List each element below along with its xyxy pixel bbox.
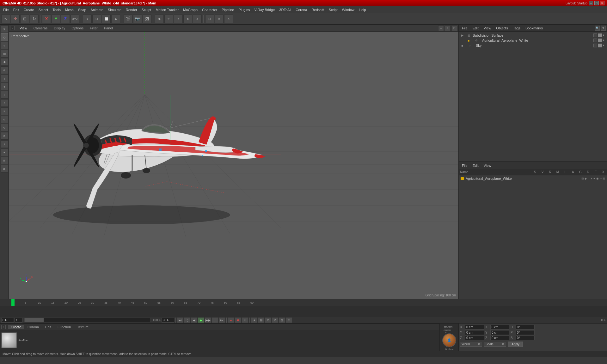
- object-row-aeroplane[interactable]: Agricultural_Aeroplane_White ⊟ ◆ ⋮ ▸ ✦ ◉…: [459, 176, 606, 181]
- scene-search-icon[interactable]: 🔍: [595, 26, 600, 31]
- timeline-track[interactable]: [0, 306, 607, 317]
- menu-help[interactable]: Help: [357, 7, 368, 12]
- scene-vis-icon[interactable]: [593, 33, 597, 37]
- vp-tab-filter[interactable]: Filter: [87, 26, 100, 31]
- tool-x[interactable]: X: [42, 15, 51, 23]
- coord-b-input[interactable]: [516, 336, 535, 340]
- scene-menu-tags[interactable]: Tags: [511, 26, 522, 31]
- vp-tab-options[interactable]: Options: [69, 26, 86, 31]
- mat-tab-create[interactable]: Create: [8, 325, 24, 329]
- coord-zr-input[interactable]: [490, 336, 509, 340]
- btn-key[interactable]: K: [242, 317, 248, 323]
- scene-sky-render[interactable]: [598, 44, 602, 47]
- menu-create[interactable]: Create: [22, 7, 36, 12]
- material-collapse[interactable]: ▸: [1, 325, 6, 329]
- tool-objects[interactable]: ◆: [111, 15, 120, 23]
- tool-fx[interactable]: ✦: [174, 15, 183, 23]
- btn-snap5[interactable]: ⊠: [279, 317, 285, 323]
- apply-button[interactable]: Apply: [508, 342, 523, 347]
- tool-rotate[interactable]: ↻: [30, 15, 39, 23]
- vp-tab-display[interactable]: Display: [51, 26, 68, 31]
- scene-item-sky[interactable]: ■ ○ Sky ●: [460, 43, 606, 48]
- btn-snap4[interactable]: P: [272, 317, 278, 323]
- menu-file[interactable]: File: [1, 7, 11, 12]
- menu-plugins[interactable]: Plugins: [236, 7, 252, 12]
- timeline-scrubber[interactable]: [24, 318, 151, 322]
- viewport[interactable]: Perspective Grid Spacing: 100 cm X Y Z: [9, 32, 458, 299]
- coord-x-input[interactable]: [465, 325, 484, 330]
- menu-sculpt[interactable]: Sculpt: [140, 7, 153, 12]
- tool-light[interactable]: ☀: [224, 15, 233, 23]
- mat-tab-texture[interactable]: Texture: [75, 325, 91, 329]
- left-tool-cursor[interactable]: ↖: [1, 25, 8, 33]
- btn-record[interactable]: ●: [228, 317, 234, 323]
- vp-btn-3[interactable]: □: [451, 25, 457, 31]
- btn-play-back[interactable]: ◀: [191, 317, 197, 323]
- menu-mesh[interactable]: Mesh: [63, 7, 76, 12]
- menu-mograph[interactable]: MoGraph: [181, 7, 199, 12]
- scene-menu-objects[interactable]: Objects: [494, 26, 510, 31]
- btn-play-fwd[interactable]: ▶▶: [205, 317, 211, 323]
- scene-item-subdivision[interactable]: ▶ ⊞ Subdivision Surface ●: [460, 33, 606, 38]
- tool-move[interactable]: ✛: [11, 15, 20, 23]
- btn-snap2[interactable]: ⊞: [258, 317, 264, 323]
- coord-z-input[interactable]: [465, 336, 484, 340]
- menu-animate[interactable]: Animate: [89, 7, 105, 12]
- left-tool-10[interactable]: S: [1, 107, 8, 115]
- world-dropdown[interactable]: World ▼: [460, 342, 482, 347]
- left-tool-circle[interactable]: ○: [1, 42, 8, 49]
- scale-dropdown[interactable]: Scale ▼: [484, 342, 506, 347]
- btn-next-key[interactable]: ⟩: [212, 317, 218, 323]
- menu-edit[interactable]: Edit: [11, 7, 21, 12]
- vp-btn-1[interactable]: ↔: [438, 25, 444, 31]
- tool-fx3[interactable]: ⧖: [193, 15, 202, 23]
- left-tool-16[interactable]: ⊞: [1, 157, 8, 164]
- menu-redshift[interactable]: Redshift: [310, 7, 326, 12]
- tool-render3[interactable]: 🖼: [143, 15, 151, 23]
- obj-menu-view[interactable]: View: [482, 163, 493, 168]
- tool-z[interactable]: Z: [61, 15, 70, 23]
- tool-pointer[interactable]: ↖: [1, 15, 10, 23]
- btn-go-end[interactable]: ⏭: [219, 317, 225, 323]
- coord-xr-input[interactable]: [490, 325, 509, 330]
- left-tool-17[interactable]: ⊠: [1, 165, 8, 173]
- menu-character[interactable]: Character: [200, 7, 219, 12]
- btn-play[interactable]: ▶: [198, 317, 204, 323]
- left-tool-11[interactable]: ⊙: [1, 116, 8, 123]
- left-tool-path[interactable]: ✚: [1, 58, 8, 66]
- vp-btn-2[interactable]: ↕: [445, 25, 451, 31]
- menu-tools[interactable]: Tools: [51, 7, 63, 12]
- scene-filter-icon[interactable]: ▼: [601, 26, 606, 31]
- menu-motion-tracker[interactable]: Motion Tracker: [154, 7, 181, 12]
- left-tool-poly[interactable]: ◇: [1, 33, 8, 41]
- scene-render-icon[interactable]: [598, 33, 602, 37]
- left-tool-7[interactable]: ◈: [1, 83, 8, 90]
- btn-snap3[interactable]: ⊙: [265, 317, 271, 323]
- left-tool-15[interactable]: ✦: [1, 149, 8, 156]
- scene-aeroplane-render[interactable]: [598, 39, 602, 42]
- left-tool-12[interactable]: ∿: [1, 124, 8, 131]
- scene-aeroplane-vis[interactable]: [593, 39, 597, 42]
- coord-p-input[interactable]: [516, 330, 535, 335]
- tool-fx2[interactable]: ❋: [183, 15, 192, 23]
- vp-tab-view[interactable]: View: [17, 26, 30, 31]
- mat-tab-function[interactable]: Function: [55, 325, 73, 329]
- tool-texture[interactable]: ✏: [164, 15, 173, 23]
- coord-y-input[interactable]: [465, 330, 484, 335]
- menu-vray[interactable]: V-Ray Bridge: [253, 7, 277, 12]
- maximize-button[interactable]: □: [594, 1, 599, 5]
- menu-window[interactable]: Window: [340, 7, 356, 12]
- menu-snap[interactable]: Snap: [76, 7, 88, 12]
- left-tool-14[interactable]: ◬: [1, 140, 8, 148]
- mat-tab-edit[interactable]: Edit: [43, 325, 54, 329]
- tool-edges[interactable]: ⊟: [92, 15, 101, 23]
- current-frame-input[interactable]: [1, 318, 14, 323]
- scene-menu-edit[interactable]: Edit: [471, 26, 481, 31]
- left-tool-5[interactable]: ⊗: [1, 66, 8, 74]
- scene-sky-vis[interactable]: [593, 44, 597, 47]
- btn-go-start[interactable]: ⏮: [177, 317, 183, 323]
- left-tool-8[interactable]: ⟨: [1, 91, 8, 99]
- material-thumbnail[interactable]: [1, 332, 17, 348]
- left-tool-6[interactable]: ⋮: [1, 75, 8, 82]
- menu-select[interactable]: Select: [37, 7, 50, 12]
